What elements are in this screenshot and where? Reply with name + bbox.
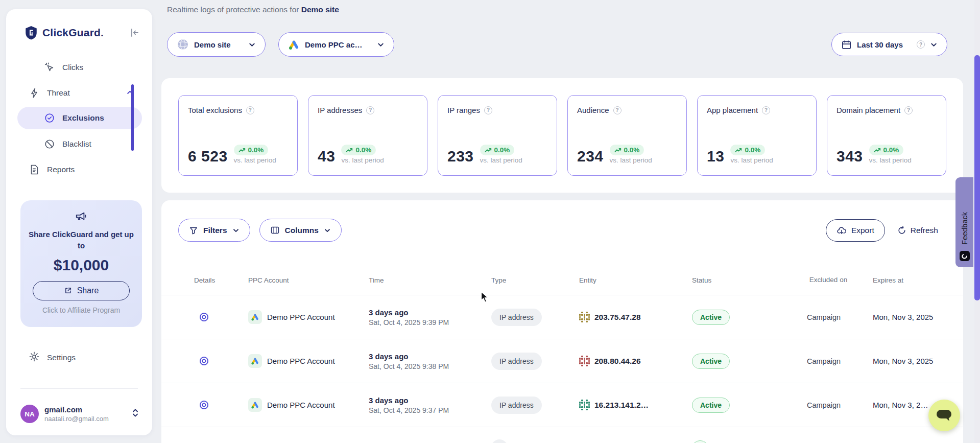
stat-value: 234 [577, 148, 604, 165]
affiliate-promo-card[interactable]: Share ClickGuard and get up to $10,000 S… [20, 200, 142, 327]
details-target-icon [199, 400, 209, 410]
sidebar-item-reports[interactable]: Reports [17, 158, 142, 181]
gear-icon [29, 351, 40, 364]
user-name: gmail.com [44, 405, 109, 414]
row-entity-value: 16.213.141.2… [594, 401, 649, 410]
help-icon[interactable] [484, 106, 492, 114]
trend-period-label: vs. last period [869, 156, 912, 164]
stat-label: IP addresses [318, 106, 362, 114]
row-expires-at: Mon, Nov 3, 2025 [869, 357, 963, 365]
lightning-icon [29, 87, 40, 99]
promo-amount: $10,000 [28, 257, 135, 274]
refresh-button[interactable]: Refresh [897, 226, 938, 235]
share-button[interactable]: Share [33, 281, 130, 300]
help-icon[interactable] [366, 106, 374, 114]
sidebar-item-blacklist[interactable]: Blacklist [17, 133, 142, 155]
details-target-icon [199, 356, 209, 366]
sidebar-scrollbar[interactable] [131, 84, 134, 151]
trend-up-icon [238, 148, 246, 153]
table-row: Demo PPC Account 3 days ago Sat, Oct 4, … [161, 339, 963, 383]
account-switcher[interactable]: NA gmail.com naatali.ro@gmail.com [17, 398, 144, 430]
row-details-button[interactable] [199, 400, 209, 410]
feedback-tab[interactable]: Feedback [955, 177, 973, 267]
row-type-badge: IP address [491, 397, 542, 414]
stats-band: Total exclusions 6 523 0.0% vs. last per… [161, 78, 963, 193]
col-header-details: Details [194, 276, 248, 284]
chevron-down-icon [248, 41, 256, 49]
sidebar-item-settings[interactable]: Settings [17, 346, 142, 369]
trend-up-icon [485, 148, 492, 153]
cursor-click-icon [44, 62, 55, 73]
help-icon[interactable] [904, 106, 913, 114]
badge-check-icon [44, 112, 55, 124]
trend-period-label: vs. last period [341, 156, 384, 164]
details-target-icon [199, 312, 209, 322]
trend-period-label: vs. last period [480, 156, 522, 164]
date-range-dropdown[interactable]: Last 30 days [831, 33, 947, 56]
chevron-down-icon [324, 227, 331, 234]
table-header-row: Details PPC Account Time Type Entity Sta… [161, 266, 963, 295]
stat-card: Domain placement 343 0.0% vs. last perio… [827, 95, 946, 176]
stat-value: 13 [707, 148, 724, 165]
help-icon[interactable] [613, 106, 622, 114]
col-header-status: Status [692, 276, 807, 284]
ppc-account-dropdown[interactable]: Demo PPC ac… [278, 32, 394, 57]
col-header-ppc-account: PPC Account [248, 276, 369, 284]
help-icon[interactable] [246, 106, 254, 114]
chevron-updown-icon [132, 408, 139, 420]
row-type-badge [491, 439, 508, 443]
subtitle-text: Realtime logs of protective actions for [167, 5, 301, 14]
feedback-logo-icon [960, 251, 970, 261]
trend-badge: 0.0% [869, 145, 904, 155]
row-details-button[interactable] [199, 312, 209, 322]
stat-label: Domain placement [836, 106, 900, 114]
sidebar-item-clicks[interactable]: Clicks [17, 56, 142, 79]
stat-card: Total exclusions 6 523 0.0% vs. last per… [178, 95, 298, 176]
google-ads-icon [248, 354, 262, 368]
feedback-label: Feedback [961, 212, 969, 245]
trend-badge: 0.0% [234, 145, 269, 155]
filters-button[interactable]: Filters [178, 219, 250, 242]
stat-label: Audience [577, 106, 609, 114]
page-scrollbar-thumb[interactable] [974, 55, 980, 300]
exclusions-table-card: Filters Columns Export Refresh [161, 200, 963, 443]
chat-widget-button[interactable] [928, 400, 960, 431]
page-subtitle: Realtime logs of protective actions for … [167, 5, 339, 14]
share-button-label: Share [77, 286, 99, 295]
columns-icon [270, 225, 280, 235]
row-account: Demo PPC Account [267, 401, 335, 409]
help-icon [917, 40, 925, 49]
sidebar-collapse-icon[interactable] [129, 27, 141, 39]
trend-period-label: vs. last period [730, 156, 773, 164]
document-icon [29, 164, 40, 175]
row-entity-value: 203.75.47.28 [594, 313, 641, 322]
table-row: 3 days ago [161, 427, 963, 443]
promo-title: Share ClickGuard and get up to [28, 229, 135, 251]
filters-label: Filters [203, 226, 227, 235]
chevron-down-icon [232, 227, 240, 234]
trend-up-icon [614, 148, 622, 153]
row-time-absolute: Sat, Oct 4, 2025 9:38 PM [369, 362, 491, 370]
stat-label: Total exclusions [188, 106, 242, 114]
stat-value: 43 [318, 148, 335, 165]
row-details-button[interactable] [199, 356, 209, 366]
sidebar-item-label: Exclusions [62, 113, 104, 123]
col-header-time: Time [369, 276, 491, 284]
stat-value: 343 [836, 148, 863, 165]
trend-value: 0.0% [248, 146, 264, 154]
export-button[interactable]: Export [826, 219, 885, 242]
row-expires-at: Mon, Nov 3, 2025 [869, 313, 963, 321]
stat-value: 6 523 [188, 148, 228, 165]
sidebar-item-exclusions[interactable]: Exclusions [17, 107, 142, 129]
table-toolbar: Filters Columns Export Refresh [178, 219, 938, 242]
sidebar-item-threat[interactable]: Threat [17, 82, 142, 104]
brand-logo: ClickGuard. [25, 26, 141, 40]
affiliate-note: Click to Affiliate Program [28, 306, 135, 314]
row-account: Demo PPC Account [267, 357, 335, 365]
columns-button[interactable]: Columns [259, 219, 342, 242]
help-icon[interactable] [762, 106, 770, 114]
trend-up-icon [874, 148, 881, 153]
site-selector-dropdown[interactable]: Demo site [167, 32, 266, 57]
row-excluded-on: Campaign [807, 401, 869, 409]
trend-up-icon [735, 148, 742, 153]
